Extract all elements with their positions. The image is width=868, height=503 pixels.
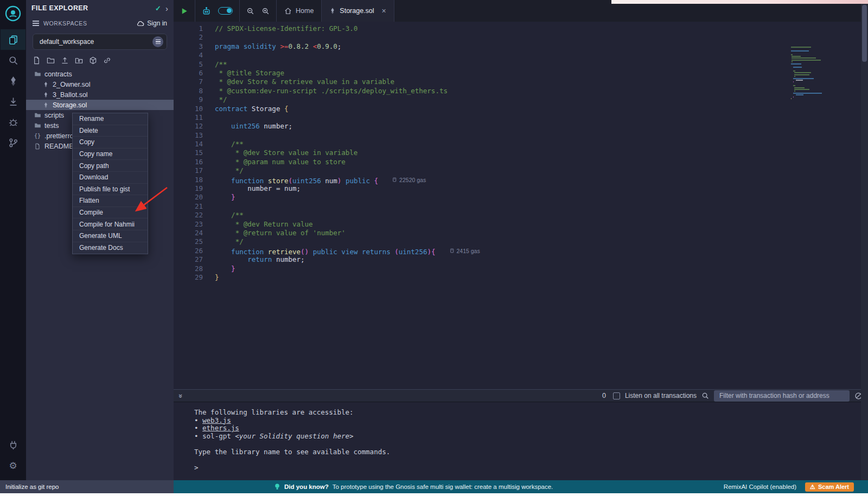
code-line-4[interactable] — [215, 51, 868, 60]
code-line-1[interactable]: // SPDX-License-Identifier: GPL-3.0 — [215, 24, 868, 33]
code-line-20[interactable]: } — [215, 193, 868, 202]
solidity-compiler-icon[interactable] — [1, 70, 25, 91]
tree-item-contracts[interactable]: contracts — [26, 69, 174, 79]
zoom-out-icon[interactable] — [246, 7, 254, 15]
code-line-28[interactable]: } — [215, 265, 868, 273]
new-folder-icon[interactable] — [47, 56, 55, 65]
minimap-line — [792, 61, 793, 62]
code-line-19[interactable]: number = num; — [215, 184, 868, 193]
code-line-23[interactable]: * @dev Return value — [215, 220, 868, 229]
code-line-21[interactable] — [215, 202, 868, 211]
upload-file-icon[interactable] — [61, 56, 69, 65]
terminal-output[interactable]: The following libraries are accessible:•… — [174, 402, 868, 480]
check-icon[interactable]: ✓ — [155, 4, 161, 12]
cube-icon[interactable] — [89, 56, 97, 65]
ai-copilot-toggle[interactable] — [218, 7, 233, 15]
workspace-select[interactable]: default_workspace — [33, 34, 167, 50]
remix-logo-icon[interactable] — [4, 4, 22, 23]
git-status[interactable]: Initialize as git repo — [0, 480, 174, 493]
settings-icon[interactable]: ⚙ — [1, 455, 25, 476]
code-line-24[interactable]: * @return value of 'number' — [215, 229, 868, 237]
copilot-status[interactable]: RemixAI Copilot (enabled) — [724, 483, 796, 490]
chevron-right-icon[interactable]: › — [165, 4, 168, 13]
tab-storage-sol[interactable]: Storage.sol × — [322, 0, 394, 22]
file-explorer-icon[interactable] — [1, 29, 25, 50]
code-line-5[interactable]: /** — [215, 60, 868, 69]
context-menu-item-compile[interactable]: Compile — [73, 207, 148, 219]
code-line-15[interactable]: * @dev Store value in variable — [215, 149, 868, 157]
hamburger-icon[interactable] — [33, 21, 39, 25]
debugger-icon[interactable] — [1, 112, 25, 132]
code-line-2[interactable] — [215, 33, 868, 42]
scrollbar-thumb[interactable] — [862, 5, 867, 62]
code-content[interactable]: // SPDX-License-Identifier: GPL-3.0pragm… — [212, 22, 868, 389]
workspace-menu-icon[interactable] — [152, 36, 163, 47]
context-menu-item-publish-file-to-gist[interactable]: Publish file to gist — [73, 184, 148, 196]
context-menu-item-copy[interactable]: Copy — [73, 137, 148, 149]
context-menu-item-download[interactable]: Download — [73, 172, 148, 184]
code-line-25[interactable]: */ — [215, 237, 868, 246]
code-line-7[interactable]: * @dev Store & retrieve value in a varia… — [215, 78, 868, 86]
page-scrollbar[interactable] — [861, 4, 868, 480]
link-icon[interactable] — [103, 56, 111, 65]
sign-in-button[interactable]: Sign in — [136, 20, 167, 28]
context-menu-item-copy-name[interactable]: Copy name — [73, 149, 148, 160]
minimap[interactable] — [791, 47, 824, 100]
code-line-13[interactable] — [215, 131, 868, 140]
code-line-9[interactable]: */ — [215, 95, 868, 104]
deploy-and-run-icon[interactable] — [1, 91, 25, 112]
context-menu-item-delete[interactable]: Delete — [73, 125, 148, 137]
context-menu-item-generate-docs[interactable]: Generate Docs — [73, 242, 148, 254]
terminal-search-icon[interactable] — [701, 392, 709, 399]
code-line-3[interactable]: pragma solidity >=0.8.2 <0.9.0; — [215, 42, 868, 51]
play-icon[interactable] — [180, 7, 188, 15]
new-file-icon[interactable] — [33, 56, 41, 65]
tab-home-label: Home — [296, 7, 314, 15]
context-menu-item-rename[interactable]: Rename — [73, 113, 148, 125]
code-line-26[interactable]: function retrieve() public view returns … — [215, 247, 868, 255]
scam-alert-button[interactable]: ⚠ Scam Alert — [805, 482, 854, 492]
line-number: 16 — [174, 158, 203, 166]
code-line-17[interactable]: */ — [215, 166, 868, 175]
git-icon[interactable] — [1, 132, 25, 153]
upload-folder-icon[interactable] — [75, 56, 83, 65]
ai-robot-icon[interactable] — [202, 7, 211, 16]
code-line-16[interactable]: * @param num value to store — [215, 158, 868, 166]
plugin-manager-icon[interactable] — [1, 435, 25, 455]
code-line-10[interactable]: contract Storage { — [215, 105, 868, 113]
code-line-8[interactable]: * @custom:dev-run-script ./scripts/deplo… — [215, 87, 868, 95]
line-number: 19 — [174, 184, 203, 193]
gas-icon — [450, 248, 455, 254]
context-menu-item-copy-path[interactable]: Copy path — [73, 160, 148, 172]
tab-home[interactable]: Home — [277, 0, 322, 22]
minimap-line — [796, 80, 803, 81]
transaction-filter-input[interactable] — [714, 390, 850, 402]
terminal-link-ethers-js[interactable]: ethers.js — [202, 424, 239, 432]
context-menu-item-generate-uml[interactable]: Generate UML — [73, 230, 148, 242]
code-editor[interactable]: 1234567891011121314151617181920212223242… — [174, 22, 868, 389]
search-icon[interactable] — [1, 50, 25, 70]
code-line-18[interactable]: function store(uint256 num) public {2252… — [215, 176, 868, 184]
context-menu-item-flatten[interactable]: Flatten — [73, 195, 148, 207]
listen-checkbox[interactable] — [613, 392, 620, 399]
tip-title: Did you know? — [284, 483, 329, 490]
code-line-29[interactable]: } — [215, 273, 868, 282]
context-menu-item-compile-for-nahmii[interactable]: Compile for Nahmii — [73, 218, 148, 230]
tree-item-storage-sol[interactable]: Storage.sol — [26, 100, 174, 110]
tree-item-label: tests — [44, 122, 59, 130]
tree-item-2-owner-sol[interactable]: 2_Owner.sol — [26, 79, 174, 89]
code-line-12[interactable]: uint256 number; — [215, 122, 868, 131]
code-line-22[interactable]: /** — [215, 211, 868, 220]
close-tab-icon[interactable]: × — [382, 7, 386, 15]
terminal-line: Type the library name to see available c… — [194, 448, 868, 456]
expand-terminal-icon[interactable]: » — [177, 394, 185, 397]
zoom-in-icon[interactable] — [261, 7, 270, 15]
code-line-27[interactable]: return number; — [215, 255, 868, 264]
minimap-line — [793, 70, 795, 72]
code-line-14[interactable]: /** — [215, 140, 868, 149]
code-line-6[interactable]: * @title Storage — [215, 69, 868, 78]
tree-item-3-ballot-sol[interactable]: 3_Ballot.sol — [26, 89, 174, 100]
terminal-link-web3-js[interactable]: web3.js — [202, 416, 231, 424]
line-number: 17 — [174, 166, 203, 175]
code-line-11[interactable] — [215, 113, 868, 122]
